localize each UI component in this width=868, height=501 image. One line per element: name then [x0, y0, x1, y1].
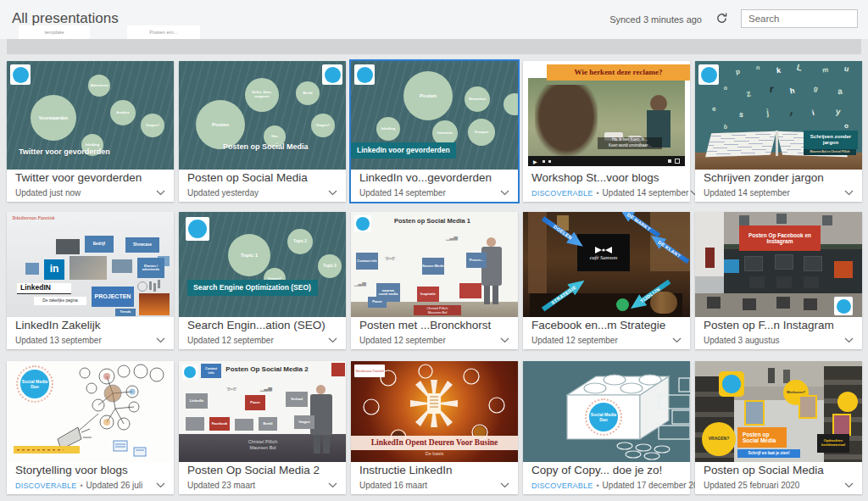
cafe-background	[528, 212, 547, 293]
search-box[interactable]	[741, 9, 858, 28]
thumb-banner: Wie herkent deze reclame?	[547, 64, 690, 81]
video-control-icon[interactable]	[542, 160, 545, 163]
flying-letter: k	[776, 66, 782, 75]
photo-tile	[139, 293, 170, 315]
presentation-card[interactable]: Tekstbureau Fannink LinkedIn Opent Deure…	[351, 361, 518, 494]
highlighted-text	[14, 446, 80, 454]
presentation-title: Search Engin...ation (SEO)	[187, 319, 339, 331]
social-media-duo-logo	[322, 64, 342, 85]
presentation-card[interactable]: Wie herkent deze reclame? Ha, ik ben Koe…	[523, 61, 690, 202]
updated-label: Updated 16 maart	[359, 481, 427, 490]
presentation-card[interactable]: Werkvorm? VRAGEN? Opdrachten beeldmateri…	[695, 361, 862, 494]
presentation-thumbnail[interactable]: Social Media Duo	[523, 361, 690, 462]
play-icon[interactable]: ▶	[533, 159, 537, 164]
terrace-chair	[707, 297, 721, 309]
photo-tile	[832, 414, 851, 436]
tekstbureau-logo: Tekstbureau Fannink	[12, 215, 54, 220]
topic-bubble: Topic 1	[241, 253, 259, 259]
thumb-subtitle: De basis	[351, 451, 518, 456]
presentation-card[interactable]: Posten Op Facebook en Instagram Posten o…	[695, 212, 862, 349]
board-tile: Presen...	[466, 253, 487, 268]
chevron-down-icon[interactable]	[498, 336, 511, 345]
board-tile	[331, 363, 345, 376]
presentation-thumbnail[interactable]: Posten Netwerken Inleiding Interactie Gr…	[351, 61, 518, 170]
terrace-chair	[804, 298, 817, 310]
social-media-duo-logo	[354, 215, 371, 232]
presentation-thumbnail[interactable]: Voorwaarden Adverteren Analyse Vragen? I…	[7, 61, 174, 170]
author-credit: Christel PillichMaureen Bol	[414, 305, 461, 315]
fullscreen-icon[interactable]	[675, 159, 680, 164]
photo-tile	[70, 256, 107, 280]
thumb-banner: Posten Op Facebook en Instagram	[739, 225, 821, 251]
chevron-down-icon[interactable]	[843, 336, 855, 345]
chevron-down-icon[interactable]	[326, 188, 339, 198]
presentation-thumbnail[interactable]: Tekstbureau Fannink LinkedIn Opent Deure…	[351, 361, 518, 462]
presentation-card[interactable]: Tekstbureau Fannink Bedrijf Showcase in …	[7, 212, 174, 349]
presentation-card[interactable]: p n k L m u o z r h g a e s j t i y b o …	[695, 61, 862, 202]
updated-label: Updated 14 september	[603, 188, 689, 198]
presentation-card[interactable]: café Samson DOELEN DE MARKT DE KLANT STR…	[523, 212, 690, 349]
flying-letter: n	[756, 64, 760, 71]
board-tile: Contact info	[356, 253, 378, 270]
presentation-thumbnail[interactable]: Werkvorm? VRAGEN? Opdrachten beeldmateri…	[695, 361, 862, 462]
chevron-down-icon[interactable]	[154, 188, 167, 198]
flying-letter: g	[813, 85, 819, 93]
presentation-thumbnail[interactable]: Posten Op Facebook en Instagram	[695, 212, 862, 317]
presentation-card[interactable]: Social Media Duo	[7, 361, 174, 494]
presentation-thumbnail[interactable]: Contact info Posten Op Social Media 2 '8…	[179, 361, 346, 462]
presentation-title: Workshop St...voor blogs	[531, 171, 683, 184]
presentation-card[interactable]: Posten Delen, liken, reageren Beeld Hoe …	[179, 61, 346, 202]
topic-bubble: Vragen?	[316, 124, 330, 128]
flying-letter: i	[811, 109, 815, 117]
presentation-card[interactable]: Topic 1 Topic 2 Topic 3 Vragen? Search E…	[179, 212, 346, 349]
presenter-figure	[487, 237, 496, 247]
presentation-card-selected[interactable]: Posten Netwerken Inleiding Interactie Gr…	[351, 61, 518, 202]
presentation-thumbnail[interactable]: Posten Delen, liken, reageren Beeld Hoe …	[179, 61, 346, 170]
presenter-figure	[323, 435, 330, 454]
partial-card[interactable]: Posten em...	[127, 25, 200, 39]
chevron-down-icon[interactable]	[843, 188, 855, 198]
chevron-down-icon[interactable]	[498, 188, 511, 198]
presentation-thumbnail[interactable]: café Samson DOELEN DE MARKT DE KLANT STR…	[523, 212, 690, 317]
photo-tile	[112, 259, 132, 273]
presentation-thumbnail[interactable]: Social Media Duo	[7, 361, 174, 462]
topic-tile	[749, 276, 765, 288]
open-book-left-page	[705, 131, 776, 158]
presentation-thumbnail[interactable]: p n k L m u o z r h g a e s j t i y b o …	[695, 61, 862, 170]
chevron-down-icon[interactable]	[154, 336, 167, 345]
linkedin-icon: in	[44, 259, 64, 280]
topic-bubble: Inleiding	[381, 127, 395, 131]
presentation-card[interactable]: Social Media Duo Copy of Copy... doe je …	[523, 361, 690, 494]
chevron-down-icon[interactable]	[154, 481, 167, 490]
presentation-thumbnail[interactable]: Tekstbureau Fannink Bedrijf Showcase in …	[7, 212, 174, 317]
topic-tile	[775, 254, 793, 270]
topic-bubble: Groepen	[475, 131, 488, 135]
settings-icon[interactable]	[668, 159, 671, 163]
presentation-card[interactable]: Voorwaarden Adverteren Analyse Vragen? I…	[7, 61, 174, 202]
search-input[interactable]	[742, 14, 868, 24]
green-marker	[616, 298, 629, 311]
presentation-thumbnail[interactable]: Posten op Social Media 1 Contact info '8…	[351, 212, 518, 317]
flying-letter: b	[723, 124, 727, 131]
thumb-title-badge: LinkedIn voor gevorderden	[351, 142, 456, 159]
presentation-thumbnail[interactable]: Topic 1 Topic 2 Topic 3 Vragen? Search E…	[179, 212, 346, 317]
video-control-icon[interactable]	[548, 160, 551, 163]
presentation-card[interactable]: Posten op Social Media 1 Contact info '8…	[351, 212, 518, 349]
photo-tile	[56, 239, 80, 254]
board-tile: Inspiratie	[417, 287, 439, 302]
refresh-button[interactable]	[710, 9, 732, 30]
presenter-figure	[492, 286, 498, 304]
chevron-down-icon[interactable]	[670, 336, 683, 345]
chevron-down-icon[interactable]	[326, 481, 339, 490]
chevron-down-icon[interactable]	[326, 336, 339, 345]
chevron-down-icon[interactable]	[843, 481, 855, 490]
presentation-title: Posten op Social Media	[187, 171, 339, 184]
presentation-thumbnail[interactable]: Wie herkent deze reclame? Ha, ik ben Koe…	[523, 61, 690, 170]
chevron-down-icon[interactable]	[498, 481, 511, 490]
presentation-card[interactable]: Contact info Posten Op Social Media 2 '8…	[179, 361, 346, 494]
partial-card[interactable]: template	[19, 25, 90, 39]
video-controls[interactable]: ▶	[528, 156, 685, 166]
social-media-duo-logo: Social Media Duo	[589, 403, 618, 431]
board-tile: Pauze	[368, 297, 387, 308]
topic-bubble: Netwerken	[469, 97, 486, 102]
